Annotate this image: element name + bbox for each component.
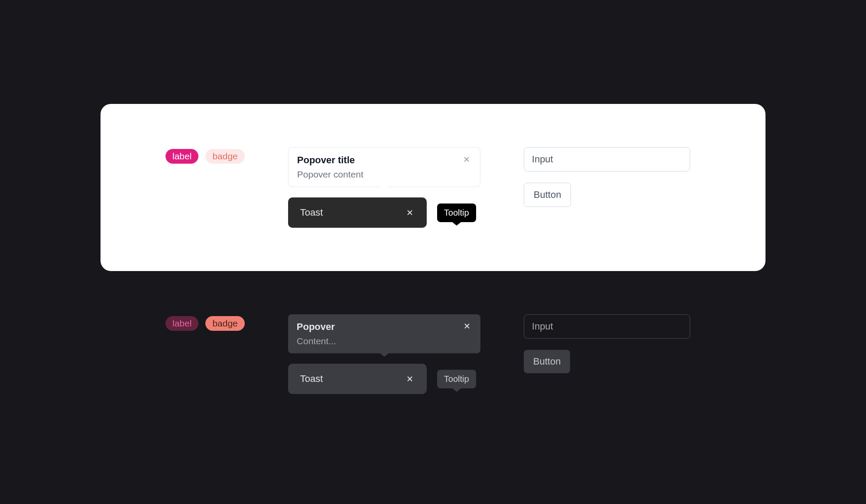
badge-pill: badge — [205, 149, 244, 164]
close-icon[interactable] — [462, 321, 472, 331]
popover: Popover Content... — [288, 314, 480, 353]
label-pill: label — [165, 316, 198, 331]
toast-text: Toast — [300, 207, 323, 218]
popover-content: Popover content — [297, 169, 363, 180]
dark-theme-panel: label badge Popover Content... — [101, 314, 765, 394]
popover: Popover title Popover content — [288, 147, 480, 187]
tooltip: Tooltip — [437, 204, 476, 222]
popover-title: Popover — [297, 321, 336, 333]
button[interactable]: Button — [524, 350, 571, 373]
toast: Toast — [288, 197, 427, 228]
toast-text: Toast — [300, 373, 323, 384]
close-icon[interactable] — [405, 374, 415, 384]
button[interactable]: Button — [524, 183, 571, 207]
toast: Toast — [288, 364, 427, 394]
popover-title: Popover title — [297, 155, 363, 166]
light-theme-panel: label badge Popover title Popover conten… — [101, 104, 765, 271]
text-input[interactable] — [524, 314, 690, 339]
label-pill: label — [165, 149, 198, 164]
popover-content: Content... — [297, 336, 336, 346]
tooltip: Tooltip — [437, 370, 476, 388]
close-icon[interactable] — [405, 208, 415, 217]
text-input[interactable] — [524, 147, 690, 171]
close-icon[interactable] — [462, 155, 471, 164]
badge-pill: badge — [205, 316, 244, 331]
